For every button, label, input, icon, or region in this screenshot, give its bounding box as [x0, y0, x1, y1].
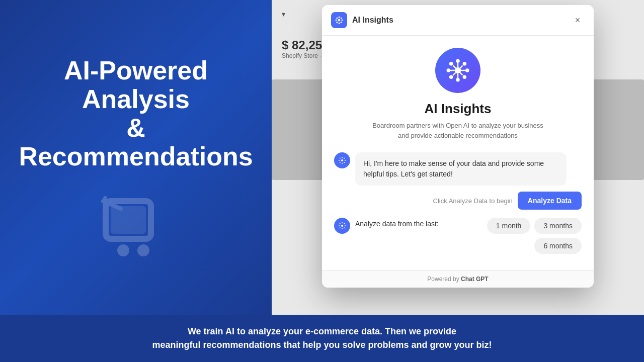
left-panel: AI-PoweredAnalysis&Recommendations: [0, 0, 272, 315]
svg-point-35: [339, 160, 340, 161]
logo-watermark: [96, 191, 176, 258]
svg-point-33: [342, 157, 343, 158]
period-1-month-button[interactable]: 1 month: [487, 218, 531, 234]
powered-by-prefix: Powered by: [427, 276, 461, 283]
svg-line-28: [453, 65, 455, 68]
svg-point-9: [336, 20, 337, 21]
ai-insights-subtitle: Boardroom partners with Open AI to analy…: [372, 121, 543, 140]
analyze-avatar-icon: [338, 222, 346, 230]
chat-message: Hi, I'm here to make sense of your data …: [334, 152, 582, 186]
svg-point-3: [137, 244, 149, 256]
svg-line-29: [460, 72, 462, 75]
powered-by-text: Powered by Chat GPT: [427, 276, 488, 283]
bottom-strip: We train AI to analyze your e-commerce d…: [0, 315, 644, 362]
modal-header-left: AI Insights: [331, 12, 393, 28]
modal-footer: Powered by Chat GPT: [322, 270, 594, 288]
svg-point-37: [340, 158, 341, 159]
svg-point-36: [345, 160, 346, 161]
analyze-period-section: Analyze data from the last: 1 month 3 mo…: [334, 218, 582, 254]
svg-point-21: [463, 75, 467, 79]
svg-point-32: [341, 159, 343, 161]
svg-point-40: [340, 162, 341, 163]
analyze-period-text: Analyze data from the last:: [355, 218, 439, 228]
ai-insights-heading: AI Insights: [425, 101, 492, 117]
svg-point-20: [449, 62, 453, 66]
ai-main-icon: [445, 58, 470, 83]
svg-point-13: [341, 17, 342, 19]
svg-point-38: [344, 162, 345, 163]
svg-point-12: [341, 22, 342, 23]
svg-point-46: [340, 223, 341, 224]
chat-avatar: [334, 152, 350, 168]
svg-point-16: [456, 59, 460, 63]
ai-logo-circle: [435, 48, 480, 93]
click-analyze-hint: Click Analyze Data to begin: [433, 197, 513, 205]
svg-point-7: [339, 17, 340, 18]
chat-actions: Click Analyze Data to begin Analyze Data: [334, 192, 582, 210]
hero-title: AI-PoweredAnalysis&Recommendations: [19, 56, 253, 171]
svg-point-49: [340, 227, 341, 228]
svg-point-11: [336, 17, 338, 19]
right-panel: ▾ $ 82,259 Shopify Store – We: [272, 0, 644, 315]
chat-avatar-icon: [338, 156, 346, 164]
svg-line-31: [453, 72, 455, 75]
svg-point-43: [342, 228, 343, 229]
svg-point-39: [344, 158, 345, 159]
svg-point-44: [339, 225, 340, 226]
svg-point-2: [117, 244, 129, 256]
svg-line-30: [460, 65, 462, 68]
svg-point-23: [449, 75, 453, 79]
svg-rect-1: [111, 206, 146, 234]
modal-header-icon: [331, 12, 347, 28]
period-options: 1 month 3 months 6 months: [444, 218, 582, 254]
svg-point-17: [456, 78, 460, 82]
svg-point-34: [342, 163, 343, 164]
modal-body: AI Insights Boardroom partners with Open…: [322, 36, 594, 270]
modal-overlay: AI Insights ×: [272, 0, 644, 315]
svg-point-22: [463, 62, 467, 66]
ai-insights-modal: AI Insights ×: [322, 5, 594, 288]
powered-by-brand: Chat GPT: [461, 276, 489, 283]
chat-bubble: Hi, I'm here to make sense of your data …: [355, 152, 567, 186]
svg-point-48: [344, 223, 345, 224]
svg-point-18: [447, 68, 451, 72]
period-3-months-button[interactable]: 3 months: [534, 218, 582, 234]
bottom-text: We train AI to analyze your e-commerce d…: [20, 325, 624, 352]
svg-point-45: [345, 225, 346, 226]
period-6-months-button[interactable]: 6 months: [534, 238, 582, 254]
modal-title: AI Insights: [352, 16, 393, 25]
svg-point-47: [344, 227, 345, 228]
svg-point-19: [465, 68, 469, 72]
ai-logo-section: AI Insights Boardroom partners with Open…: [334, 48, 582, 140]
chat-section: Hi, I'm here to make sense of your data …: [334, 152, 582, 254]
svg-point-41: [341, 225, 343, 227]
svg-point-42: [342, 222, 343, 223]
svg-point-8: [339, 23, 340, 24]
analyze-avatar: [334, 218, 350, 234]
svg-point-10: [342, 20, 343, 21]
modal-close-button[interactable]: ×: [571, 13, 585, 27]
analyze-data-button[interactable]: Analyze Data: [518, 192, 582, 210]
ai-header-icon: [335, 16, 344, 25]
svg-point-6: [338, 19, 341, 22]
modal-header: AI Insights ×: [322, 5, 594, 36]
svg-point-14: [336, 22, 338, 23]
